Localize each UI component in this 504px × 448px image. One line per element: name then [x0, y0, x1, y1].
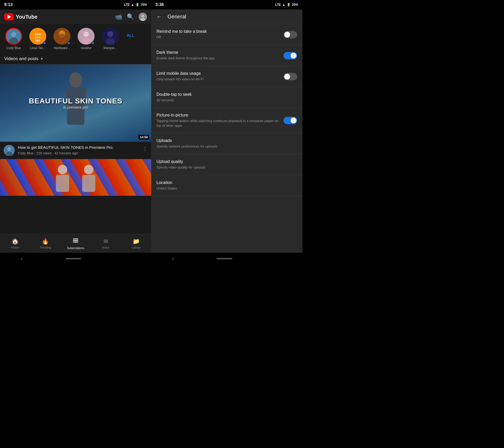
settings-item-uploads[interactable]: Uploads Specify network preferences for …: [151, 133, 302, 154]
settings-list: Remind me to take a break Off Dark theme…: [151, 24, 302, 253]
svg-text:tips: tips: [35, 39, 40, 42]
sub-name-hardware: Hardware...: [54, 46, 70, 50]
settings-desc-double-tap: 10 seconds: [156, 98, 293, 103]
all-channels-button[interactable]: ALL: [124, 33, 137, 38]
sub-name-ijustine: iJustine: [81, 46, 92, 50]
filter-label: Videos and posts: [4, 56, 38, 61]
video-main-title: BEAUTIFUL SKIN TONES: [29, 97, 123, 105]
left-home-pill[interactable]: [65, 258, 81, 259]
sub-avatar-linus: linus tech tips: [29, 28, 46, 45]
sub-hardware[interactable]: Hardware...: [51, 28, 72, 50]
settings-title-remind-break: Remind me to take a break: [156, 29, 279, 34]
settings-desc-remind-break: Off: [156, 35, 279, 40]
cast-icon[interactable]: 📹: [115, 13, 122, 20]
left-battery-icon: 🔋: [135, 3, 139, 7]
nav-library-label: Library: [132, 246, 141, 249]
settings-text-double-tap: Double-tap to seek 10 seconds: [156, 92, 297, 103]
separator-2: ·: [52, 151, 54, 155]
sub-name-cody: Cody Blue: [6, 46, 21, 50]
svg-text:linus: linus: [35, 33, 41, 36]
svg-point-14: [59, 32, 61, 34]
subscriptions-row: Cody Blue linus tech tips Linus Tec...: [0, 24, 151, 54]
video-title: How to get BEAUTIFUL SKIN TONES in Premi…: [18, 145, 139, 150]
sub-linus[interactable]: linus tech tips Linus Tec...: [27, 28, 48, 50]
sub-marques[interactable]: Marque...: [100, 28, 121, 50]
settings-text-uploads: Uploads Specify network preferences for …: [156, 138, 297, 149]
library-icon: 📁: [133, 238, 140, 245]
videos-posts-dropdown[interactable]: Videos and posts ▼: [4, 56, 147, 61]
nav-library[interactable]: 📁 Library: [121, 238, 151, 249]
settings-item-limit-data[interactable]: Limit mobile data usage Only stream HD v…: [151, 66, 302, 87]
settings-item-dark-theme[interactable]: Dark theme Enable dark theme throughout …: [151, 45, 302, 66]
chevron-down-icon: ▼: [40, 57, 44, 61]
right-battery-icon: 🔋: [287, 3, 291, 7]
left-back-button[interactable]: ‹: [21, 256, 23, 261]
nav-subscriptions[interactable]: Subscriptions: [60, 238, 91, 250]
svg-rect-30: [56, 175, 69, 192]
svg-point-18: [82, 38, 90, 44]
settings-desc-uploads: Specify network preferences for uploads: [156, 144, 293, 149]
video-time-ago: 42 minutes ago: [55, 151, 78, 155]
settings-desc-dark-theme: Enable dark theme throughout the app: [156, 56, 279, 61]
left-battery-level: 70%: [141, 3, 147, 7]
settings-item-remind-break[interactable]: Remind me to take a break Off: [151, 24, 302, 45]
video-sub-meta: Cody Blue · 216 views · 42 minutes ago: [18, 151, 139, 155]
sub-cody-blue[interactable]: Cody Blue: [3, 28, 24, 50]
settings-item-upload-quality[interactable]: Upload quality Specify video quality for…: [151, 154, 302, 175]
separator-1: ·: [35, 151, 36, 155]
video-info: How to get BEAUTIFUL SKIN TONES in Premi…: [0, 142, 151, 159]
svg-rect-34: [73, 240, 78, 241]
video-thumbnail-1[interactable]: BEAUTIFUL SKIN TONES in premiere pro 14:…: [0, 64, 151, 142]
settings-title: General: [167, 14, 186, 20]
settings-item-pip[interactable]: Picture-in-picture Tapping Home button w…: [151, 108, 302, 133]
settings-desc-limit-data: Only stream HD video on Wi-Fi: [156, 77, 279, 82]
settings-panel: ← General Remind me to take a break Off …: [151, 9, 302, 253]
settings-title-dark-theme: Dark theme: [156, 50, 279, 55]
nav-home[interactable]: 🏠 Home: [0, 238, 30, 249]
bottom-navigation: 🏠 Home 🔥 Trending Subscriptions ✉: [0, 234, 151, 253]
settings-desc-pip: Tapping Home button while watching conti…: [156, 119, 279, 128]
toggle-remind-break[interactable]: [284, 31, 297, 38]
svg-point-15: [62, 32, 65, 34]
sub-img-marques: [102, 28, 119, 45]
toggle-pip[interactable]: [284, 117, 297, 124]
video-views: 216 views: [36, 151, 52, 155]
settings-item-location[interactable]: Location United States: [151, 175, 302, 196]
video-thumbnail-2[interactable]: [0, 159, 151, 196]
toggle-thumb-dark-theme: [291, 53, 296, 59]
sub-name-marques: Marque...: [104, 46, 117, 50]
right-time: 3:36: [155, 2, 164, 7]
toggle-dark-theme[interactable]: [284, 52, 297, 59]
svg-point-20: [107, 31, 113, 37]
youtube-logo-text: YouTube: [16, 14, 38, 20]
settings-text-location: Location United States: [156, 180, 297, 191]
search-icon[interactable]: 🔍: [127, 13, 134, 20]
right-back-button[interactable]: ‹: [172, 256, 174, 261]
right-home-pill[interactable]: [217, 258, 232, 259]
back-button[interactable]: ←: [156, 13, 162, 20]
more-options-button[interactable]: ⋮: [142, 145, 148, 152]
settings-text-upload-quality: Upload quality Specify video quality for…: [156, 159, 297, 170]
nav-home-label: Home: [11, 246, 19, 249]
settings-header: ← General: [151, 9, 302, 24]
sub-ijustine[interactable]: iJustine: [76, 28, 97, 50]
nav-trending-label: Trending: [40, 246, 51, 249]
left-signal-bars-icon: ▲: [131, 3, 134, 7]
channel-avatar[interactable]: [4, 145, 15, 156]
toggle-limit-data[interactable]: [284, 73, 297, 80]
subscriptions-icon: [72, 238, 79, 245]
right-signal-bars-icon: ▲: [282, 3, 285, 7]
settings-title-upload-quality: Upload quality: [156, 159, 293, 164]
toggle-thumb-remind-break: [284, 32, 290, 38]
video-feed: BEAUTIFUL SKIN TONES in premiere pro 14:…: [0, 64, 151, 234]
settings-title-pip: Picture-in-picture: [156, 113, 279, 118]
sub-img-cody: [5, 28, 22, 45]
youtube-header-actions: 📹 🔍: [115, 13, 147, 21]
sub-avatar-cody: [5, 28, 22, 45]
user-avatar[interactable]: [139, 13, 147, 21]
nav-trending[interactable]: 🔥 Trending: [30, 238, 60, 249]
svg-point-29: [58, 165, 67, 174]
settings-item-double-tap[interactable]: Double-tap to seek 10 seconds: [151, 87, 302, 108]
svg-point-31: [84, 165, 93, 174]
nav-inbox[interactable]: ✉ Inbox: [91, 238, 121, 249]
